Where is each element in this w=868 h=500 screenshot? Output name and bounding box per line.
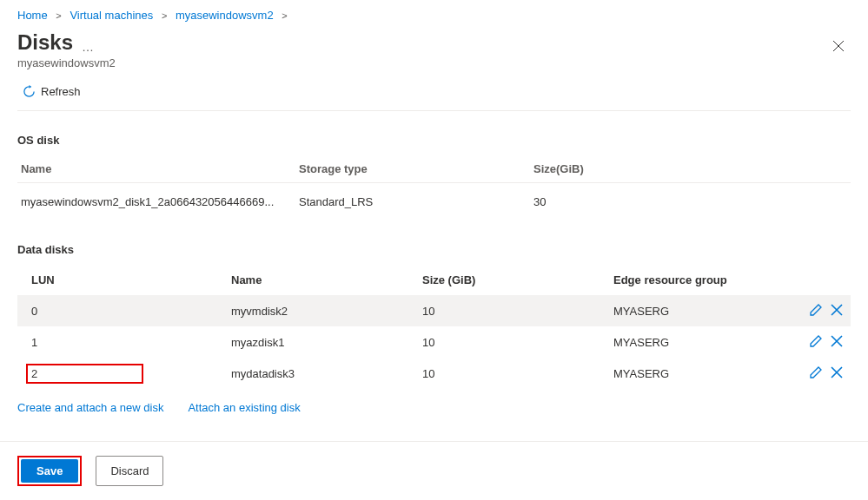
data-disk-size: 10 [422,336,613,349]
close-button[interactable] [826,34,851,61]
refresh-icon [23,85,36,98]
os-disk-table: Name Storage type Size(GiB) myasewindows… [17,155,851,220]
data-disk-size: 10 [422,305,613,318]
data-col-erg: Edge resource group [613,273,802,286]
data-disk-row: 0 myvmdisk2 10 MYASERG [17,295,851,326]
detach-disk-button[interactable] [828,332,845,352]
os-disk-name: myasewindowsvm2_disk1_2a066432056446669.… [21,195,299,208]
breadcrumb: Home > Virtual machines > myasewindowsvm… [17,0,851,27]
data-disk-row: 2 mydatadisk3 10 MYASERG [17,358,851,389]
refresh-button[interactable]: Refresh [17,82,86,102]
data-col-lun: LUN [31,273,231,286]
save-highlight: Save [17,456,82,486]
pencil-icon [809,334,823,348]
more-icon[interactable]: … [82,40,95,54]
data-disks-section-title: Data disks [17,220,851,265]
data-disk-name: myazdisk1 [231,336,422,349]
edit-disk-button[interactable] [807,332,825,352]
os-disk-section-title: OS disk [17,111,851,155]
data-disk-erg: MYASERG [613,367,802,380]
os-disk-row: myasewindowsvm2_disk1_2a066432056446669.… [17,183,851,220]
breadcrumb-vm[interactable]: myasewindowsvm2 [176,9,274,22]
close-icon [830,365,844,379]
refresh-label: Refresh [41,85,81,98]
discard-button[interactable]: Discard [96,456,163,486]
chevron-right-icon: > [282,10,287,21]
data-col-name: Name [231,273,422,286]
data-disk-erg: MYASERG [613,336,802,349]
close-icon [830,303,844,317]
data-disk-name: mydatadisk3 [231,367,422,380]
data-disk-row: 1 myazdisk1 10 MYASERG [17,326,851,358]
os-col-size: Size(GiB) [533,162,847,175]
chevron-right-icon: > [56,10,61,21]
chevron-right-icon: > [162,10,167,21]
footer-bar: Save Discard [0,441,868,500]
data-col-size: Size (GiB) [422,273,613,286]
data-disk-lun: 1 [31,336,231,349]
pencil-icon [809,303,823,317]
save-button[interactable]: Save [21,459,78,483]
close-icon [830,334,844,348]
lun-highlight: 2 [26,364,143,384]
breadcrumb-home[interactable]: Home [17,9,48,22]
detach-disk-button[interactable] [828,301,845,321]
data-disk-erg: MYASERG [613,305,802,318]
create-attach-link[interactable]: Create and attach a new disk [17,401,163,414]
data-disk-name: myvmdisk2 [231,305,422,318]
os-disk-storage: Standard_LRS [299,195,533,208]
data-disk-size: 10 [422,367,613,380]
edit-disk-button[interactable] [807,301,825,321]
data-disk-lun: 2 [31,366,231,381]
page-subtitle: myasewindowsvm2 [17,56,116,69]
os-col-name: Name [21,162,299,175]
os-col-storage: Storage type [299,162,533,175]
data-disks-table: LUN Name Size (GiB) Edge resource group … [17,265,851,389]
page-title: Disks [17,30,73,55]
breadcrumb-vms[interactable]: Virtual machines [70,9,153,22]
attach-existing-link[interactable]: Attach an existing disk [188,401,300,414]
close-icon [832,39,845,53]
pencil-icon [809,365,823,379]
detach-disk-button[interactable] [828,364,845,384]
data-disk-lun: 0 [31,305,231,318]
os-disk-size: 30 [533,195,847,208]
edit-disk-button[interactable] [807,364,825,384]
